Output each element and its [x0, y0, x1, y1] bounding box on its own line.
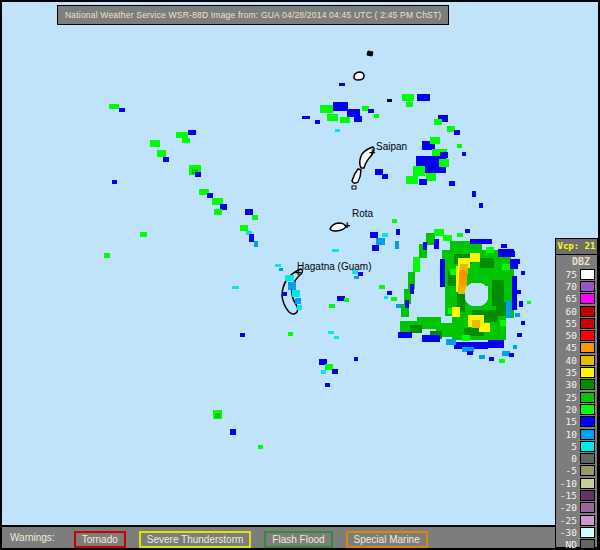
legend-value-label: -10 — [557, 478, 577, 489]
legend-row-0: 0 — [556, 452, 597, 464]
legend-row--5: -5 — [556, 465, 597, 477]
legend-row--25: -25 — [556, 514, 597, 526]
legend-row-70: 70 — [556, 280, 597, 292]
legend-value-label: -5 — [557, 465, 577, 476]
saipan-marker: + — [369, 148, 375, 156]
legend-value-label: 70 — [557, 281, 577, 292]
legend-row-45: 45 — [556, 342, 597, 354]
island-north-islet — [367, 51, 373, 56]
warning-button-special-marine[interactable]: Special Marine — [346, 531, 428, 548]
legend-color-swatch — [580, 539, 595, 550]
legend-row-ND: ND — [556, 539, 597, 550]
legend-row-75: 75 — [556, 268, 597, 280]
legend-row-5: 5 — [556, 440, 597, 452]
legend-color-swatch — [580, 379, 595, 390]
legend-color-swatch — [580, 502, 595, 513]
legend-value-label: 15 — [557, 416, 577, 427]
warning-button-flash-flood[interactable]: Flash Flood — [264, 531, 332, 548]
legend-value-label: -30 — [557, 527, 577, 538]
legend-color-swatch — [580, 355, 595, 366]
legend-color-swatch — [580, 293, 595, 304]
rota-marker: + — [344, 221, 350, 229]
legend-row-55: 55 — [556, 317, 597, 329]
legend-row-65: 65 — [556, 293, 597, 305]
legend-color-swatch — [580, 478, 595, 489]
legend-value-label: -20 — [557, 502, 577, 513]
legend-color-swatch — [580, 453, 595, 464]
legend-row--10: -10 — [556, 477, 597, 489]
saipan-label: Saipan — [376, 141, 407, 152]
legend-value-label: 75 — [557, 269, 577, 280]
legend-value-label: 35 — [557, 367, 577, 378]
legend-value-label: 5 — [557, 441, 577, 452]
legend-color-swatch — [580, 318, 595, 329]
radar-echo-cell — [285, 275, 294, 281]
legend-color-swatch — [580, 342, 595, 353]
legend-value-label: 25 — [557, 392, 577, 403]
island-aguijan — [352, 186, 356, 189]
legend-color-swatch — [580, 515, 595, 526]
legend-row--30: -30 — [556, 526, 597, 538]
vcp-label: Vcp: 21 — [556, 239, 597, 255]
legend-value-label: -25 — [557, 515, 577, 526]
radar-window: National Weather Service WSR-88D Image f… — [0, 0, 600, 550]
legend-color-swatch — [580, 306, 595, 317]
title-bar: National Weather Service WSR-88D Image f… — [57, 5, 449, 25]
legend-value-label: 30 — [557, 379, 577, 390]
island-tinian — [352, 169, 361, 183]
legend-row-20: 20 — [556, 403, 597, 415]
legend-color-swatch — [580, 416, 595, 427]
legend-color-swatch — [580, 490, 595, 501]
legend-value-label: 65 — [557, 293, 577, 304]
island-sarigan — [387, 99, 392, 102]
legend-color-swatch — [580, 527, 595, 538]
legend-row-15: 15 — [556, 416, 597, 428]
legend-row-40: 40 — [556, 354, 597, 366]
legend-row-50: 50 — [556, 329, 597, 341]
legend-value-label: 0 — [557, 453, 577, 464]
legend-value-label: 60 — [557, 306, 577, 317]
legend-row-30: 30 — [556, 379, 597, 391]
legend-color-swatch — [580, 441, 595, 452]
legend-color-swatch — [580, 269, 595, 280]
island-anatahan — [354, 72, 364, 80]
hagatna-label: Hagatna (Guam) — [297, 261, 371, 272]
legend-value-label: 50 — [557, 330, 577, 341]
legend-row-25: 25 — [556, 391, 597, 403]
legend-value-label: -15 — [557, 490, 577, 501]
hagatna-marker: + — [295, 268, 301, 276]
radar-echo-cell — [297, 305, 302, 310]
legend-color-swatch — [580, 392, 595, 403]
warnings-bar: Warnings: TornadoSevere ThunderstormFlas… — [2, 525, 598, 548]
legend-value-label: 10 — [557, 429, 577, 440]
rota-label: Rota — [352, 208, 373, 219]
legend-row-60: 60 — [556, 305, 597, 317]
dbz-legend: Vcp: 21 DBZ 7570656055504540353025201510… — [555, 238, 598, 548]
warning-button-severe-thunderstorm[interactable]: Severe Thunderstorm — [139, 531, 252, 548]
legend-color-swatch — [580, 281, 595, 292]
radar-echo-cell — [288, 282, 296, 290]
legend-row-35: 35 — [556, 366, 597, 378]
radar-echo-cell — [283, 292, 287, 296]
legend-row--15: -15 — [556, 489, 597, 501]
legend-value-label: 20 — [557, 404, 577, 415]
legend-value-label: 40 — [557, 355, 577, 366]
legend-value-label: 55 — [557, 318, 577, 329]
legend-color-swatch — [580, 367, 595, 378]
radar-echo-cell — [292, 290, 300, 297]
legend-row--20: -20 — [556, 502, 597, 514]
legend-value-label: ND — [557, 539, 577, 550]
dbz-header: DBZ — [556, 255, 597, 268]
island-outlines-layer — [2, 2, 600, 550]
legend-color-swatch — [580, 429, 595, 440]
legend-color-swatch — [580, 404, 595, 415]
radar-echo-cell — [295, 298, 301, 304]
legend-value-label: 45 — [557, 342, 577, 353]
legend-color-swatch — [580, 330, 595, 341]
legend-row-10: 10 — [556, 428, 597, 440]
legend-color-swatch — [580, 465, 595, 476]
warnings-label: Warnings: — [10, 532, 55, 543]
warning-button-tornado[interactable]: Tornado — [74, 531, 126, 548]
